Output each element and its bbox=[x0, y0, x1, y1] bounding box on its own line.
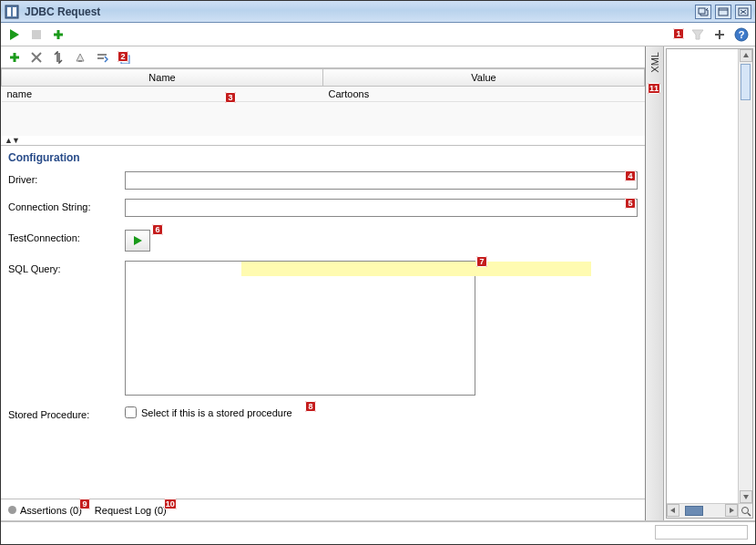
table-header-row: Name Value bbox=[2, 69, 645, 87]
bottom-tabs: Assertions (0) 9 Request Log (0) 10 bbox=[1, 499, 645, 520]
sort-icon[interactable] bbox=[50, 49, 66, 66]
vertical-scrollbar[interactable] bbox=[738, 49, 752, 503]
callout-badge-5: 5 bbox=[625, 198, 636, 209]
svg-rect-10 bbox=[32, 30, 41, 39]
callout-badge-2: 2 bbox=[117, 51, 128, 62]
stored-proc-checkbox-label: Select if this is a stored procedure bbox=[141, 407, 292, 418]
filter-icon bbox=[690, 26, 706, 43]
config-title: Configuration bbox=[8, 151, 638, 164]
param-toolbar: 2 bbox=[1, 46, 645, 68]
request-log-tab[interactable]: Request Log (0) 10 bbox=[95, 505, 167, 516]
scroll-down-icon[interactable] bbox=[740, 490, 752, 503]
driver-input[interactable] bbox=[125, 171, 638, 190]
cell-value[interactable]: Cartoons bbox=[323, 87, 645, 102]
connection-string-row: Connection String: 5 bbox=[8, 199, 638, 217]
window-close-icon[interactable] bbox=[735, 5, 751, 19]
app-icon bbox=[5, 5, 19, 19]
xml-tab[interactable]: XML bbox=[649, 52, 660, 73]
title-bar: JDBC Request bbox=[1, 1, 755, 23]
callout-badge-9: 9 bbox=[79, 499, 90, 509]
callout-badge-7: 7 bbox=[476, 256, 487, 267]
window-maximize-icon[interactable] bbox=[715, 5, 731, 19]
horizontal-scrollbar[interactable] bbox=[667, 503, 738, 518]
remove-param-icon[interactable] bbox=[28, 49, 45, 66]
svg-rect-4 bbox=[719, 8, 728, 15]
callout-badge-4: 4 bbox=[625, 170, 636, 181]
svg-marker-28 bbox=[743, 53, 749, 57]
cell-name[interactable]: name bbox=[2, 87, 323, 102]
col-name-header[interactable]: Name bbox=[2, 69, 323, 87]
config-section: Configuration Driver: 4 Connection Strin… bbox=[1, 145, 645, 499]
stored-proc-label: Stored Procedure: bbox=[8, 406, 125, 420]
window-title: JDBC Request bbox=[25, 5, 695, 18]
request-panel: 2 3 Name Value name Cartoons bbox=[1, 46, 646, 520]
svg-marker-31 bbox=[730, 508, 734, 513]
test-connection-label: TestConnection: bbox=[8, 230, 125, 243]
driver-label: Driver: bbox=[8, 171, 125, 185]
move-up-icon[interactable] bbox=[94, 49, 110, 66]
svg-rect-2 bbox=[13, 7, 16, 16]
callout-badge-3: 3 bbox=[225, 92, 236, 103]
callout-badge-8: 8 bbox=[305, 401, 316, 412]
status-dot-icon bbox=[8, 506, 16, 514]
driver-row: Driver: 4 bbox=[8, 171, 638, 190]
svg-rect-3 bbox=[699, 8, 705, 14]
test-connection-row: TestConnection: 6 bbox=[8, 230, 638, 252]
sql-query-input[interactable] bbox=[125, 261, 475, 396]
zoom-icon[interactable] bbox=[738, 503, 752, 518]
plus-small-icon[interactable] bbox=[711, 26, 728, 43]
connection-string-label: Connection String: bbox=[8, 199, 125, 212]
svg-rect-1 bbox=[7, 7, 11, 16]
col-value-header[interactable]: Value bbox=[323, 69, 645, 87]
scroll-thumb[interactable] bbox=[741, 64, 751, 100]
callout-badge-1: 1 bbox=[673, 28, 684, 39]
svg-marker-30 bbox=[670, 508, 675, 513]
scroll-right-icon[interactable] bbox=[725, 504, 738, 517]
assertions-label: Assertions (0) bbox=[20, 505, 82, 516]
content-area: 2 3 Name Value name Cartoons bbox=[1, 46, 755, 521]
param-table[interactable]: Name Value name Cartoons bbox=[1, 68, 645, 102]
callout-badge-11: 11 bbox=[648, 83, 660, 94]
svg-marker-27 bbox=[134, 236, 142, 245]
clear-icon[interactable] bbox=[72, 49, 88, 66]
stop-icon bbox=[28, 26, 45, 43]
svg-marker-13 bbox=[692, 30, 703, 39]
svg-marker-29 bbox=[743, 495, 749, 499]
stored-proc-checkbox[interactable] bbox=[125, 406, 137, 418]
sql-query-row: SQL Query: 7 bbox=[8, 261, 638, 397]
table-row[interactable]: name Cartoons bbox=[2, 87, 645, 102]
assertions-tab[interactable]: Assertions (0) 9 bbox=[8, 505, 82, 516]
connection-string-input[interactable] bbox=[125, 199, 638, 217]
callout-badge-6: 6 bbox=[152, 224, 163, 235]
stored-proc-row: Stored Procedure: Select if this is a st… bbox=[8, 406, 638, 420]
svg-rect-24 bbox=[97, 57, 104, 59]
svg-rect-23 bbox=[97, 54, 107, 56]
response-body bbox=[666, 48, 753, 519]
param-table-area: 3 Name Value name Cartoons bbox=[1, 68, 645, 136]
run-icon[interactable] bbox=[6, 26, 23, 43]
help-icon[interactable]: ? bbox=[733, 26, 750, 43]
collapse-arrows-icon[interactable]: ▲▼ bbox=[1, 136, 645, 145]
main-toolbar: 1 ? bbox=[1, 23, 755, 46]
svg-text:?: ? bbox=[739, 29, 745, 40]
callout-badge-10: 10 bbox=[164, 499, 177, 509]
sql-query-label: SQL Query: bbox=[8, 261, 125, 274]
svg-point-32 bbox=[741, 507, 748, 513]
svg-marker-9 bbox=[10, 29, 19, 40]
test-connection-button[interactable] bbox=[125, 230, 150, 252]
svg-line-33 bbox=[748, 513, 751, 516]
scroll-left-icon[interactable] bbox=[667, 504, 679, 517]
status-box bbox=[655, 525, 748, 540]
hscroll-thumb[interactable] bbox=[685, 506, 703, 516]
add-icon[interactable] bbox=[50, 26, 66, 43]
response-panel: XML 11 bbox=[646, 46, 755, 520]
response-tab-strip: XML 11 bbox=[646, 46, 664, 520]
scroll-up-icon[interactable] bbox=[740, 49, 752, 62]
window-restore-out-icon[interactable] bbox=[695, 5, 711, 19]
request-log-label: Request Log (0) bbox=[95, 505, 167, 516]
status-bar bbox=[1, 521, 755, 541]
add-param-icon[interactable] bbox=[6, 49, 23, 66]
